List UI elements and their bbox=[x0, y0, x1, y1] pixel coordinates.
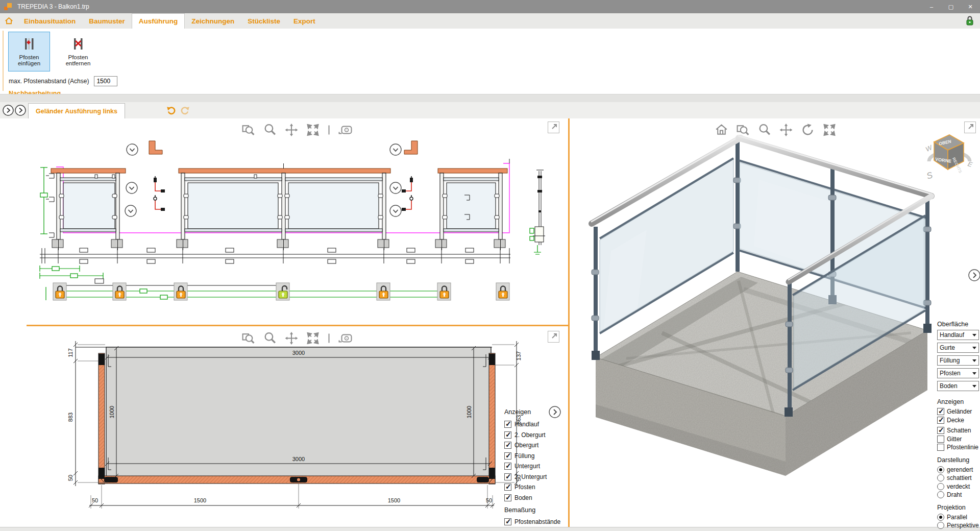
checkbox[interactable] bbox=[504, 442, 511, 449]
zoom-icon[interactable] bbox=[263, 331, 277, 345]
surface-select-boden[interactable]: Boden bbox=[937, 381, 979, 391]
checkbox[interactable] bbox=[937, 436, 944, 443]
rotate-view-icon[interactable] bbox=[800, 123, 815, 137]
menu-item-export[interactable]: Export bbox=[287, 13, 322, 29]
section-dropdown-right-top[interactable] bbox=[390, 144, 401, 155]
section-dropdown-left-mid[interactable] bbox=[126, 182, 137, 194]
zoom-icon[interactable] bbox=[263, 123, 277, 137]
menu-item-einbausituation[interactable]: Einbausituation bbox=[17, 13, 82, 29]
fit-view-icon[interactable] bbox=[822, 123, 836, 137]
measure-tape-icon[interactable] bbox=[338, 123, 353, 137]
plan-option-boden[interactable]: Boden bbox=[504, 493, 571, 503]
spacing-lock-4[interactable] bbox=[276, 283, 289, 300]
plan-option-untergurt[interactable]: Untergurt bbox=[504, 461, 571, 472]
zoom-window-icon[interactable] bbox=[241, 331, 255, 345]
three-d-popout-button[interactable] bbox=[964, 122, 976, 133]
checkbox[interactable] bbox=[504, 484, 511, 491]
insert-post-button[interactable]: Pfosten einfügen bbox=[8, 32, 50, 71]
radio[interactable] bbox=[937, 474, 944, 481]
spacing-lock-2[interactable] bbox=[113, 283, 126, 300]
checkbox[interactable] bbox=[504, 473, 511, 480]
checkbox[interactable] bbox=[504, 494, 511, 501]
user-status-icon[interactable] bbox=[965, 15, 975, 27]
section-dropdown-left-bottom[interactable] bbox=[125, 205, 136, 216]
show-schatten[interactable]: Schatten bbox=[937, 426, 979, 435]
pan-icon[interactable] bbox=[779, 123, 793, 137]
max-spacing-input[interactable] bbox=[94, 76, 117, 86]
collapse-left-button-2[interactable] bbox=[15, 105, 26, 116]
checkbox[interactable] bbox=[937, 417, 944, 424]
view-cube[interactable]: W S E OBEN VORNE RECHTS bbox=[925, 130, 974, 184]
section-dropdown-right-mid[interactable] bbox=[390, 182, 401, 194]
plan-option-handlauf[interactable]: Handlauf bbox=[504, 419, 571, 430]
checkbox[interactable] bbox=[937, 408, 944, 415]
render-mode-draht[interactable]: Draht bbox=[937, 491, 979, 499]
elevation-popout-button[interactable] bbox=[548, 122, 559, 133]
pan-icon[interactable] bbox=[284, 331, 298, 345]
spacing-lock-5[interactable] bbox=[377, 283, 390, 300]
plan-option-pfostenabstaende[interactable]: Pfostenabstände bbox=[504, 517, 571, 527]
checkbox[interactable] bbox=[504, 421, 511, 428]
menu-item-ausfuehrung[interactable]: Ausführung bbox=[132, 13, 185, 29]
show-pfostenlinie[interactable]: Pfostenlinie bbox=[937, 443, 979, 452]
spacing-lock-3[interactable] bbox=[174, 283, 187, 300]
menu-item-stueckliste[interactable]: Stückliste bbox=[241, 13, 287, 29]
spacing-lock-6[interactable] bbox=[437, 283, 451, 300]
plan-option-2-obergurt[interactable]: 2. Obergurt bbox=[504, 430, 571, 441]
plan-option-2-untergurt[interactable]: 2. Untergurt bbox=[504, 472, 571, 482]
checkbox[interactable] bbox=[504, 518, 511, 525]
pan-icon[interactable] bbox=[284, 123, 298, 137]
compass-west[interactable]: W bbox=[925, 143, 934, 154]
radio[interactable] bbox=[937, 466, 944, 473]
checkbox[interactable] bbox=[937, 427, 944, 434]
surface-select-fuellung[interactable]: Füllung bbox=[937, 355, 979, 366]
radio[interactable] bbox=[937, 483, 944, 490]
checkbox[interactable] bbox=[504, 431, 511, 439]
fit-view-icon[interactable] bbox=[306, 123, 320, 137]
menu-item-baumuster[interactable]: Baumuster bbox=[82, 13, 132, 29]
zoom-window-icon[interactable] bbox=[241, 123, 255, 137]
show-gitter[interactable]: Gitter bbox=[937, 435, 979, 444]
checkbox[interactable] bbox=[937, 444, 944, 451]
radio[interactable] bbox=[937, 491, 944, 498]
plan-options-collapse-button[interactable] bbox=[548, 405, 561, 419]
section-dropdown-left-top[interactable] bbox=[127, 144, 138, 155]
menu-item-zeichnungen[interactable]: Zeichnungen bbox=[185, 13, 241, 29]
compass-east[interactable]: E bbox=[967, 160, 973, 168]
surface-select-gurte[interactable]: Gurte bbox=[937, 343, 979, 353]
home-view-icon[interactable] bbox=[714, 123, 728, 137]
compass-south[interactable]: S bbox=[925, 170, 934, 181]
show-gelaender[interactable]: Geländer bbox=[937, 407, 979, 416]
checkbox[interactable] bbox=[504, 452, 511, 460]
plan-option-fuellung[interactable]: Füllung bbox=[504, 451, 571, 462]
render-mode-verdeckt[interactable]: verdeckt bbox=[937, 482, 979, 491]
zoom-icon[interactable] bbox=[757, 123, 771, 137]
redo-icon[interactable] bbox=[180, 105, 190, 115]
fit-view-icon[interactable] bbox=[306, 331, 320, 345]
plan-popout-button[interactable] bbox=[548, 331, 559, 343]
maximize-button[interactable]: ▢ bbox=[941, 0, 961, 13]
spacing-lock-7[interactable] bbox=[496, 283, 509, 300]
minimize-button[interactable]: – bbox=[922, 0, 941, 13]
undo-icon[interactable] bbox=[166, 105, 176, 115]
surface-select-handlauf[interactable]: Handlauf bbox=[937, 330, 979, 340]
radio[interactable] bbox=[937, 514, 944, 521]
measure-tape-icon[interactable] bbox=[338, 331, 353, 345]
surface-select-pfosten[interactable]: Pfosten bbox=[937, 368, 979, 378]
remove-post-button[interactable]: Pfosten entfernen bbox=[57, 32, 99, 71]
close-button[interactable]: ✕ bbox=[961, 0, 980, 13]
plan-option-pfosten[interactable]: Pfosten bbox=[504, 482, 571, 493]
sidebar-collapse-button[interactable] bbox=[968, 269, 980, 282]
show-decke[interactable]: Decke bbox=[937, 416, 979, 425]
spacing-lock-1[interactable] bbox=[53, 283, 66, 300]
collapse-left-button[interactable] bbox=[3, 105, 14, 116]
section-dropdown-right-bottom[interactable] bbox=[390, 205, 401, 216]
projection-parallel[interactable]: Parallel bbox=[937, 513, 979, 522]
projection-perspektive[interactable]: Perspektive bbox=[937, 521, 979, 530]
home-menu-button[interactable] bbox=[0, 13, 17, 29]
render-mode-schattiert[interactable]: schattiert bbox=[937, 474, 979, 482]
checkbox[interactable] bbox=[504, 463, 511, 470]
doc-tab-gelaender[interactable]: Geländer Ausführung links bbox=[28, 103, 125, 118]
radio[interactable] bbox=[937, 522, 944, 529]
plan-option-obergurt[interactable]: Obergurt bbox=[504, 440, 571, 451]
